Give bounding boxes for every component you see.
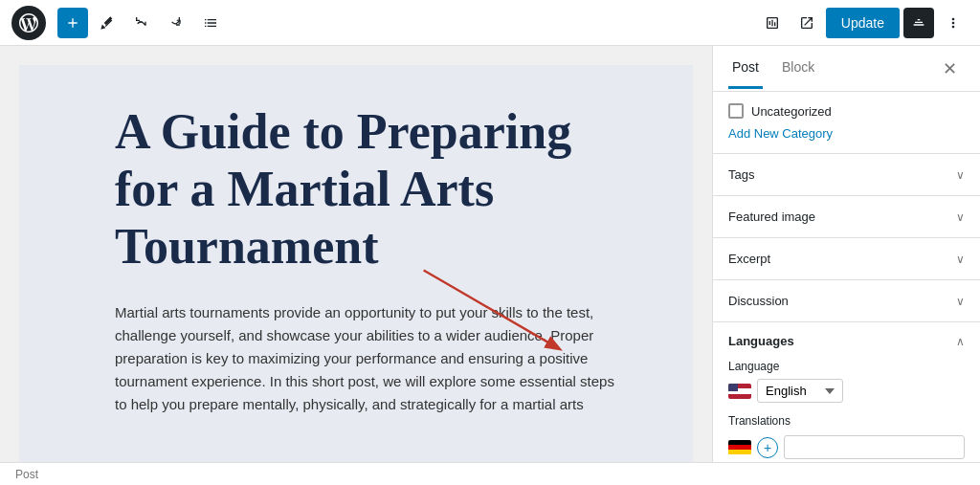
languages-title: Languages: [728, 334, 794, 348]
excerpt-section: Excerpt ∨: [713, 238, 980, 280]
main-area: A Guide to Preparing for a Martial Arts …: [0, 46, 980, 462]
languages-chevron-icon: ∧: [956, 335, 965, 348]
uncategorized-checkbox[interactable]: [728, 103, 744, 119]
tags-label: Tags: [728, 167, 754, 182]
us-flag-icon: [728, 384, 751, 399]
tab-post[interactable]: Post: [728, 48, 763, 89]
add-category-link[interactable]: Add New Category: [728, 126, 833, 141]
sidebar-header: Post Block ✕: [713, 46, 980, 92]
discussion-label: Discussion: [728, 294, 789, 308]
tags-chevron-icon: ∨: [956, 168, 965, 182]
excerpt-row[interactable]: Excerpt ∨: [728, 250, 965, 268]
tags-section: Tags ∨: [713, 154, 980, 196]
excerpt-label: Excerpt: [728, 252, 770, 266]
post-body[interactable]: Martial arts tournaments provide an oppo…: [115, 301, 616, 416]
categories-section: Uncategorized Add New Category: [713, 92, 980, 154]
tags-row[interactable]: Tags ∨: [728, 165, 965, 184]
canvas-inner: A Guide to Preparing for a Martial Arts …: [19, 65, 693, 462]
editor-wrapper: A Guide to Preparing for a Martial Arts …: [0, 46, 712, 462]
close-sidebar-button[interactable]: ✕: [934, 54, 965, 84]
discussion-section: Discussion ∨: [713, 280, 980, 322]
options-button[interactable]: [938, 8, 969, 38]
post-title[interactable]: A Guide to Preparing for a Martial Arts …: [115, 103, 616, 275]
bottom-bar: Post: [0, 462, 980, 485]
translations-label: Translations: [728, 414, 965, 428]
wordpress-logo[interactable]: [11, 6, 46, 40]
settings-button[interactable]: [903, 8, 934, 38]
uncategorized-label: Uncategorized: [751, 104, 832, 119]
undo-button[interactable]: [126, 8, 157, 38]
toolbar: Update: [0, 0, 980, 46]
editor-canvas[interactable]: A Guide to Preparing for a Martial Arts …: [0, 46, 712, 462]
language-select[interactable]: English French German Spanish: [757, 379, 843, 403]
languages-header[interactable]: Languages ∧: [728, 334, 965, 348]
featured-image-row[interactable]: Featured image ∨: [728, 208, 965, 226]
translation-input[interactable]: [784, 435, 965, 459]
tools-button[interactable]: [92, 8, 122, 38]
german-flag-icon: [728, 440, 751, 455]
sidebar: Post Block ✕ Uncategorized Add New Categ…: [712, 46, 980, 462]
featured-image-chevron-icon: ∨: [956, 210, 965, 224]
featured-image-section: Featured image ∨: [713, 196, 980, 238]
view-post-button[interactable]: [791, 8, 822, 38]
preview-button[interactable]: [757, 8, 788, 38]
discussion-row[interactable]: Discussion ∨: [728, 292, 965, 310]
discussion-chevron-icon: ∨: [956, 295, 965, 308]
translations-section: Translations +: [728, 414, 965, 459]
uncategorized-row: Uncategorized: [728, 103, 965, 119]
add-block-button[interactable]: [57, 8, 88, 38]
featured-image-label: Featured image: [728, 209, 815, 224]
list-view-button[interactable]: [195, 8, 226, 38]
tab-block[interactable]: Block: [778, 48, 818, 89]
translations-row: +: [728, 435, 965, 459]
language-field: Language English French German Spanish: [728, 360, 965, 403]
excerpt-chevron-icon: ∨: [956, 253, 965, 266]
redo-button[interactable]: [161, 8, 191, 38]
post-status-label: Post: [15, 468, 38, 481]
update-button[interactable]: Update: [826, 8, 900, 38]
languages-section: Languages ∧ Language English French Germ…: [713, 322, 980, 462]
add-translation-button[interactable]: +: [757, 437, 778, 458]
language-field-label: Language: [728, 360, 965, 373]
language-selector: English French German Spanish: [728, 379, 965, 403]
